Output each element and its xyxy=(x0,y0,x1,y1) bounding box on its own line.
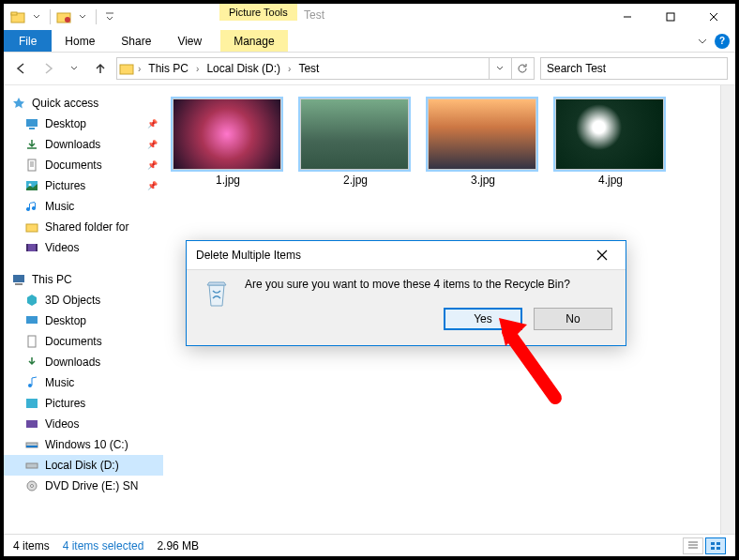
nav-item-shared-folder[interactable]: Shared folder for xyxy=(4,217,163,237)
up-button[interactable] xyxy=(90,58,111,79)
help-icon[interactable]: ? xyxy=(715,34,730,49)
qat-customize-icon[interactable] xyxy=(101,8,118,25)
delete-confirm-dialog: Delete Multiple Items Are you sure you w… xyxy=(186,240,626,346)
nav-item-music[interactable]: Music xyxy=(4,372,163,393)
ribbon-tabs: File Home Share View Manage ? xyxy=(4,30,735,53)
nav-item-drive-d[interactable]: Local Disk (D:) xyxy=(4,455,163,476)
nav-item-music[interactable]: Music xyxy=(4,196,163,217)
music-icon xyxy=(24,199,39,214)
nav-item-downloads[interactable]: Downloads📌 xyxy=(4,134,163,155)
nav-item-documents[interactable]: Documents xyxy=(4,331,163,352)
chevron-right-icon[interactable]: › xyxy=(286,64,293,74)
dialog-close-button[interactable] xyxy=(588,241,616,269)
yes-button[interactable]: Yes xyxy=(444,308,522,330)
nav-item-pictures[interactable]: Pictures📌 xyxy=(4,175,163,196)
thumbnail-icon xyxy=(300,98,409,170)
chevron-right-icon[interactable]: › xyxy=(136,64,143,74)
svg-rect-20 xyxy=(26,399,38,408)
downloads-icon xyxy=(24,355,39,370)
nav-quick-access[interactable]: Quick access xyxy=(4,93,163,114)
thumbnail-icon xyxy=(555,98,664,170)
recycle-bin-icon xyxy=(200,278,234,311)
svg-rect-18 xyxy=(28,336,36,347)
chevron-down-icon[interactable] xyxy=(28,8,45,25)
3d-icon xyxy=(24,293,39,308)
svg-rect-6 xyxy=(26,119,38,127)
file-label: 3.jpg xyxy=(428,174,538,187)
svg-rect-7 xyxy=(29,128,35,129)
nav-item-drive-c[interactable]: Windows 10 (C:) xyxy=(4,434,163,455)
search-placeholder: Search Test xyxy=(547,62,606,75)
details-view-button[interactable] xyxy=(683,537,703,554)
videos-icon xyxy=(24,416,39,431)
nav-item-desktop[interactable]: Desktop xyxy=(4,310,163,331)
breadcrumb[interactable]: Local Disk (D:) xyxy=(203,58,284,79)
nav-item-downloads[interactable]: Downloads xyxy=(4,352,163,372)
close-button[interactable] xyxy=(692,4,735,30)
file-item[interactable]: 3.jpg xyxy=(428,98,538,187)
dvd-icon xyxy=(24,478,39,493)
breadcrumb[interactable]: This PC xyxy=(144,58,192,79)
refresh-button[interactable] xyxy=(511,58,532,79)
no-button[interactable]: No xyxy=(534,308,612,330)
downloads-icon xyxy=(24,137,39,152)
file-item[interactable]: 1.jpg xyxy=(173,98,283,187)
svg-point-26 xyxy=(31,485,34,488)
search-input[interactable]: Search Test xyxy=(540,57,728,80)
svg-rect-13 xyxy=(26,244,28,251)
navigation-pane[interactable]: Quick access Desktop📌 Downloads📌 Documen… xyxy=(4,85,163,534)
minimize-button[interactable] xyxy=(606,4,649,30)
star-icon xyxy=(11,96,26,111)
videos-icon xyxy=(24,240,39,255)
window-title: Test xyxy=(304,8,324,22)
svg-rect-11 xyxy=(26,224,38,232)
dialog-title: Delete Multiple Items xyxy=(196,249,301,262)
nav-item-desktop[interactable]: Desktop📌 xyxy=(4,114,163,134)
ribbon-collapse-icon[interactable] xyxy=(698,37,707,46)
svg-rect-27 xyxy=(711,542,715,545)
tab-manage[interactable]: Manage xyxy=(220,30,287,52)
tab-view[interactable]: View xyxy=(164,30,215,52)
folder-icon xyxy=(119,61,134,76)
svg-rect-24 xyxy=(26,463,38,468)
properties-icon[interactable] xyxy=(55,8,72,25)
chevron-right-icon[interactable]: › xyxy=(194,64,201,74)
folder-icon xyxy=(24,219,39,235)
thumbnail-icon xyxy=(173,98,281,170)
file-item[interactable]: 4.jpg xyxy=(555,98,666,187)
svg-rect-23 xyxy=(26,446,38,447)
address-bar[interactable]: › This PC › Local Disk (D:) › Test xyxy=(116,57,535,80)
nav-item-videos[interactable]: Videos xyxy=(4,237,163,258)
svg-rect-28 xyxy=(716,542,720,545)
nav-item-videos[interactable]: Videos xyxy=(4,414,163,434)
pictures-icon xyxy=(24,178,39,193)
back-button[interactable] xyxy=(11,58,32,79)
address-dropdown-button[interactable] xyxy=(489,58,509,79)
status-selected-count: 4 items selected xyxy=(63,539,144,552)
svg-rect-5 xyxy=(120,65,133,74)
file-item[interactable]: 2.jpg xyxy=(300,98,411,187)
svg-rect-16 xyxy=(15,283,23,285)
drive-icon xyxy=(24,458,39,473)
chevron-down-icon[interactable] xyxy=(74,8,91,25)
pin-icon: 📌 xyxy=(147,140,158,149)
drive-icon xyxy=(24,437,39,452)
thumbnails-view-button[interactable] xyxy=(705,537,726,554)
forward-button[interactable] xyxy=(38,58,58,79)
recent-locations-button[interactable] xyxy=(64,58,84,79)
nav-item-3d-objects[interactable]: 3D Objects xyxy=(4,290,163,310)
tab-share[interactable]: Share xyxy=(108,30,164,52)
explorer-window: Picture Tools Test File Home Share View … xyxy=(4,4,735,556)
thumbnail-icon xyxy=(428,98,536,170)
svg-rect-8 xyxy=(28,159,36,171)
nav-item-dvd-drive[interactable]: DVD Drive (E:) SN xyxy=(4,476,163,496)
maximize-button[interactable] xyxy=(649,4,692,30)
nav-item-pictures[interactable]: Pictures xyxy=(4,393,163,414)
file-tab[interactable]: File xyxy=(4,30,52,52)
nav-this-pc[interactable]: This PC xyxy=(4,269,163,290)
breadcrumb[interactable]: Test xyxy=(294,58,323,79)
tab-home[interactable]: Home xyxy=(52,30,108,52)
nav-item-documents[interactable]: Documents📌 xyxy=(4,155,163,175)
statusbar: 4 items 4 items selected 2.96 MB xyxy=(4,534,735,556)
vertical-scrollbar[interactable] xyxy=(720,85,735,534)
